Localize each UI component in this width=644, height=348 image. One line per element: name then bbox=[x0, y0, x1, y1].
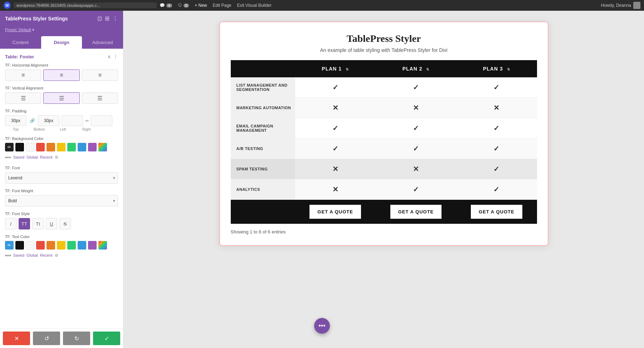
get-quote-plan3-btn[interactable]: GET A QUOTE bbox=[471, 205, 522, 219]
text-color-blue[interactable] bbox=[78, 241, 86, 250]
text-color-orange[interactable] bbox=[47, 241, 55, 250]
tab-advanced[interactable]: Advanced bbox=[82, 36, 123, 49]
color-green[interactable] bbox=[67, 143, 76, 151]
padding-field: TF: Padding 🔗 ⇔ Top Bottom Left Right bbox=[5, 109, 118, 131]
feature-cell: LIST MANAGEMENT AND SEGMENTATION bbox=[231, 77, 295, 98]
sidebar-header-icons: ⊡ ⊞ ⋮ bbox=[97, 15, 118, 22]
tab-content[interactable]: Content bbox=[0, 36, 41, 49]
sort-plan1-icon[interactable]: ⇅ bbox=[346, 67, 349, 71]
color-red[interactable] bbox=[36, 143, 45, 151]
more-colors-btn[interactable]: ••• bbox=[5, 154, 11, 161]
collapse-icon[interactable]: ∧ bbox=[107, 54, 111, 59]
feature-cell: SPAM TESTING bbox=[231, 159, 295, 179]
table-row: ANALYTICS✕✓✓ bbox=[231, 179, 537, 200]
table-info: Showing 1 to 6 of 6 entries bbox=[231, 229, 537, 235]
sort-plan2-icon[interactable]: ⇅ bbox=[426, 67, 429, 71]
recent-colors-btn[interactable]: Recent bbox=[40, 155, 53, 159]
text-color-yellow[interactable] bbox=[57, 241, 65, 250]
vertical-alignment-field: TF: Vertical Alignment ☰ ☰ ☰ bbox=[5, 86, 118, 104]
header-plan2[interactable]: PLAN 2 ⇅ bbox=[376, 60, 456, 77]
text-more-colors-btn[interactable]: ••• bbox=[5, 252, 11, 259]
saved-colors-btn[interactable]: Saved bbox=[13, 155, 24, 159]
align-right-btn[interactable]: ≡ bbox=[82, 69, 118, 81]
uppercase-btn[interactable]: TT bbox=[19, 218, 30, 229]
padding-top-input[interactable] bbox=[5, 115, 26, 126]
messages-icon[interactable]: 🗨 0 bbox=[178, 3, 189, 8]
color-transparent[interactable] bbox=[26, 143, 34, 151]
sidebar-bottom-bar: ✕ ↺ ↻ ✓ bbox=[0, 328, 123, 348]
plan3-cell: ✓ bbox=[456, 159, 537, 179]
columns-icon[interactable]: ⊞ bbox=[105, 15, 109, 22]
edit-page-button[interactable]: Edit Page bbox=[213, 3, 231, 8]
text-recent-btn[interactable]: Recent bbox=[40, 253, 53, 257]
plan2-cell: ✓ bbox=[376, 179, 456, 200]
color-yellow[interactable] bbox=[57, 143, 65, 151]
text-color-saved-row: ••• Saved Global Recent ⚙ bbox=[5, 252, 118, 259]
text-color-eyedropper[interactable]: ✏ bbox=[5, 241, 14, 250]
align-center-btn[interactable]: ≡ bbox=[43, 69, 79, 81]
header-plan1[interactable]: PLAN 1 ⇅ bbox=[295, 60, 376, 77]
global-colors-btn[interactable]: Global bbox=[26, 155, 38, 159]
preset-label[interactable]: Preset: Default ▾ bbox=[5, 28, 34, 32]
plan1-cell: ✓ bbox=[295, 77, 376, 98]
text-color-black[interactable] bbox=[15, 241, 24, 250]
fab-button[interactable]: ••• bbox=[314, 318, 330, 334]
color-orange[interactable] bbox=[47, 143, 55, 151]
plan3-cell: ✓ bbox=[456, 139, 537, 159]
get-quote-plan2-btn[interactable]: GET A QUOTE bbox=[390, 205, 442, 219]
text-color-settings-icon[interactable]: ⚙ bbox=[55, 253, 58, 258]
screen-options-icon[interactable]: ⊡ bbox=[97, 15, 102, 22]
align-left-btn[interactable]: ≡ bbox=[5, 69, 41, 81]
italic-btn[interactable]: I bbox=[5, 218, 16, 229]
sort-plan3-icon[interactable]: ⇅ bbox=[507, 67, 510, 71]
text-color-red[interactable] bbox=[36, 241, 45, 250]
text-color-green[interactable] bbox=[67, 241, 76, 250]
text-global-btn[interactable]: Global bbox=[26, 253, 38, 257]
section-controls: ∧ ⋮ bbox=[107, 54, 118, 59]
capitalize-btn[interactable]: Tt bbox=[32, 218, 44, 229]
padding-link-icon[interactable]: 🔗 bbox=[29, 117, 36, 124]
comments-icon[interactable]: 💬 4 bbox=[160, 3, 172, 8]
font-weight-select[interactable]: Bold bbox=[5, 195, 118, 207]
color-blue[interactable] bbox=[78, 143, 86, 151]
padding-right-input[interactable] bbox=[91, 115, 112, 126]
eyedropper-icon[interactable]: ✏ bbox=[5, 143, 14, 151]
redo-button[interactable]: ↻ bbox=[63, 332, 90, 345]
check-icon: ✓ bbox=[493, 185, 499, 193]
check-icon: ✓ bbox=[413, 124, 419, 132]
tab-design[interactable]: Design bbox=[41, 36, 82, 49]
strikethrough-btn[interactable]: S bbox=[59, 218, 71, 229]
valign-top-btn[interactable]: ☰ bbox=[5, 92, 41, 104]
underline-btn[interactable]: U bbox=[46, 218, 57, 229]
font-field: TF: Font Lexend bbox=[5, 166, 118, 184]
footer-plan1: GET A QUOTE bbox=[295, 200, 376, 224]
plan3-cell: ✓ bbox=[456, 179, 537, 200]
browser-bar: W wordpress-784896-3610405.cloudwaysapps… bbox=[0, 0, 644, 11]
table-row: EMAIL CAMPAIGN MANAGEMENT✓✓✓ bbox=[231, 118, 537, 139]
text-color-gradient[interactable] bbox=[98, 241, 107, 250]
padding-left-input[interactable] bbox=[62, 115, 83, 126]
color-purple[interactable] bbox=[88, 143, 97, 151]
padding-right-link-icon[interactable]: ⇔ bbox=[85, 118, 89, 123]
color-black[interactable] bbox=[15, 143, 24, 151]
text-color-purple[interactable] bbox=[88, 241, 97, 250]
color-settings-icon[interactable]: ⚙ bbox=[55, 155, 58, 160]
text-color-transparent[interactable] bbox=[26, 241, 34, 250]
new-button[interactable]: + New bbox=[195, 3, 207, 8]
section-more-icon[interactable]: ⋮ bbox=[113, 54, 118, 59]
get-quote-plan1-btn[interactable]: GET A QUOTE bbox=[309, 205, 361, 219]
header-plan3[interactable]: PLAN 3 ⇅ bbox=[456, 60, 537, 77]
valign-bottom-btn[interactable]: ☰ bbox=[82, 92, 118, 104]
more-options-icon[interactable]: ⋮ bbox=[112, 15, 118, 22]
exit-builder-button[interactable]: Exit Visual Builder bbox=[237, 3, 272, 8]
url-bar[interactable]: wordpress-784896-3610405.cloudwaysapps.c… bbox=[14, 3, 157, 8]
wp-logo-icon[interactable]: W bbox=[4, 2, 11, 9]
padding-bottom-input[interactable] bbox=[38, 115, 59, 126]
color-gradient[interactable] bbox=[98, 143, 107, 151]
cancel-button[interactable]: ✕ bbox=[3, 332, 30, 345]
undo-button[interactable]: ↺ bbox=[33, 332, 60, 345]
text-saved-btn[interactable]: Saved bbox=[13, 253, 24, 257]
font-select[interactable]: Lexend bbox=[5, 172, 118, 184]
save-button[interactable]: ✓ bbox=[93, 332, 120, 345]
valign-middle-btn[interactable]: ☰ bbox=[43, 92, 79, 104]
